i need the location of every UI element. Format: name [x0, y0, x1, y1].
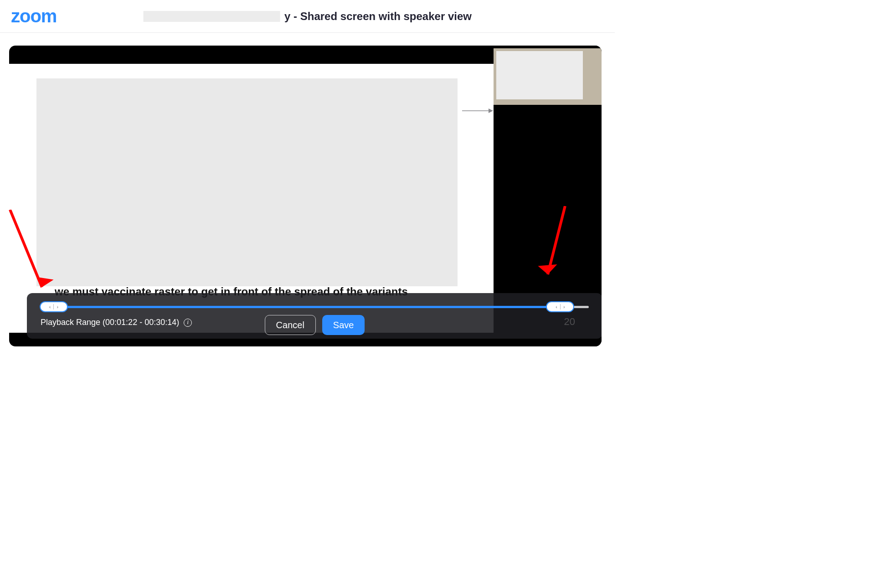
cancel-button[interactable]: Cancel — [265, 315, 316, 335]
playback-range-label: Playback Range (00:01:22 - 00:30:14) — [41, 318, 179, 327]
chevron-left-icon: ‹ — [49, 304, 51, 309]
slide-image-placeholder — [36, 78, 458, 286]
chevron-left-icon: ‹ — [556, 304, 557, 309]
page-title: y - Shared screen with speaker view — [143, 10, 472, 23]
chevron-right-icon: › — [57, 304, 58, 309]
save-button[interactable]: Save — [322, 315, 365, 335]
svg-marker-1 — [489, 108, 493, 113]
zoom-logo: zoom — [11, 6, 57, 26]
header: zoom y - Shared screen with speaker view — [0, 0, 615, 33]
range-start-handle[interactable]: ‹ › — [40, 301, 68, 312]
info-icon[interactable]: i — [184, 319, 192, 327]
chevron-right-icon: › — [563, 304, 565, 309]
range-end-handle[interactable]: ‹ › — [546, 301, 574, 312]
playback-range-panel: 20 ‹ › ‹ › Playback Range (00:01:22 - 00… — [27, 293, 602, 339]
shared-screen-area: we must vaccinate raster to get in front… — [9, 64, 503, 333]
handle-divider — [53, 304, 54, 309]
title-redacted-block — [143, 11, 280, 22]
title-suffix: y - Shared screen with speaker view — [284, 10, 472, 23]
range-track[interactable]: ‹ › ‹ › — [41, 299, 589, 314]
range-action-buttons: Cancel Save — [265, 315, 365, 335]
range-track-fill — [54, 306, 561, 308]
handle-divider — [560, 304, 561, 309]
slide-right-arrow-icon — [462, 107, 494, 114]
faded-timestamp: 20 — [564, 316, 575, 328]
speaker-video-thumbnail — [496, 51, 583, 99]
video-stage: we must vaccinate raster to get in front… — [9, 46, 602, 346]
